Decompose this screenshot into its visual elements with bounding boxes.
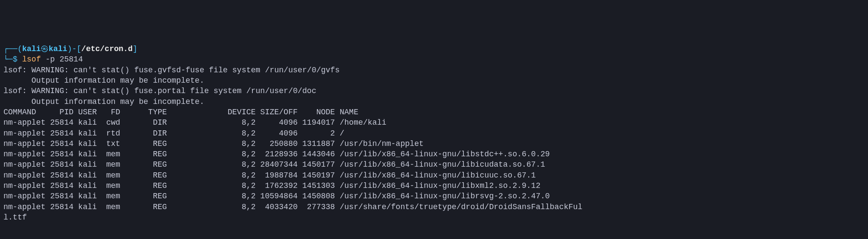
lsof-row: nm-applet 25814 kali txt REG 8,2 250880 …: [3, 139, 424, 148]
lsof-row: nm-applet 25814 kali mem REG 8,2 4033420…: [3, 203, 582, 211]
prompt-bracket-open: [: [77, 45, 81, 53]
prompt-dollar: $: [13, 55, 18, 64]
prompt-host: kali: [48, 45, 67, 53]
prompt-line1: ┌──(kali㉿kali)-[/etc/cron.d]: [3, 45, 137, 53]
warning-line: Output information may be incomplete.: [3, 76, 204, 85]
lsof-row: nm-applet 25814 kali mem REG 8,2 1762392…: [3, 181, 540, 190]
prompt-at: ㉿: [41, 45, 48, 53]
lsof-row: nm-applet 25814 kali cwd DIR 8,2 4096 11…: [3, 118, 386, 127]
lsof-row: nm-applet 25814 kali mem REG 8,2 2128936…: [3, 150, 550, 158]
prompt-line2: └─$ lsof -p 25814: [3, 55, 83, 64]
lsof-row: nm-applet 25814 kali mem REG 8,2 1059486…: [3, 192, 550, 200]
lsof-header-row: COMMAND PID USER FD TYPE DEVICE SIZE/OFF…: [3, 108, 358, 116]
command-arg: 25814: [60, 55, 83, 64]
terminal-output[interactable]: ┌──(kali㉿kali)-[/etc/cron.d] └─$ lsof -p…: [3, 44, 865, 223]
prompt-paren-open: (: [17, 45, 22, 53]
prompt-path: /etc/cron.d: [81, 45, 133, 53]
lsof-row: nm-applet 25814 kali mem REG 8,2 2840734…: [3, 160, 545, 169]
lsof-row: nm-applet 25814 kali mem REG 8,2 1988784…: [3, 171, 536, 180]
prompt-user: kali: [22, 45, 41, 53]
warning-line: lsof: WARNING: can't stat() fuse.portal …: [3, 87, 316, 95]
warning-line: lsof: WARNING: can't stat() fuse.gvfsd-f…: [3, 66, 340, 74]
header-command: COMMAND PID USER FD TYPE DEVICE SIZE/OFF…: [3, 108, 358, 116]
prompt-bracket-close: ]: [133, 45, 137, 53]
command-name: lsof: [22, 55, 41, 64]
prompt-paren-close: ): [67, 45, 72, 53]
command-flag: -p: [45, 55, 55, 64]
warning-line: Output information may be incomplete.: [3, 97, 204, 106]
prompt-corner-top: ┌──: [3, 45, 17, 53]
lsof-row: nm-applet 25814 kali rtd DIR 8,2 4096 2 …: [3, 129, 345, 138]
lsof-row-continuation: l.ttf: [3, 213, 27, 222]
prompt-dash: -: [72, 45, 77, 53]
prompt-corner-bottom: └─: [3, 55, 13, 64]
